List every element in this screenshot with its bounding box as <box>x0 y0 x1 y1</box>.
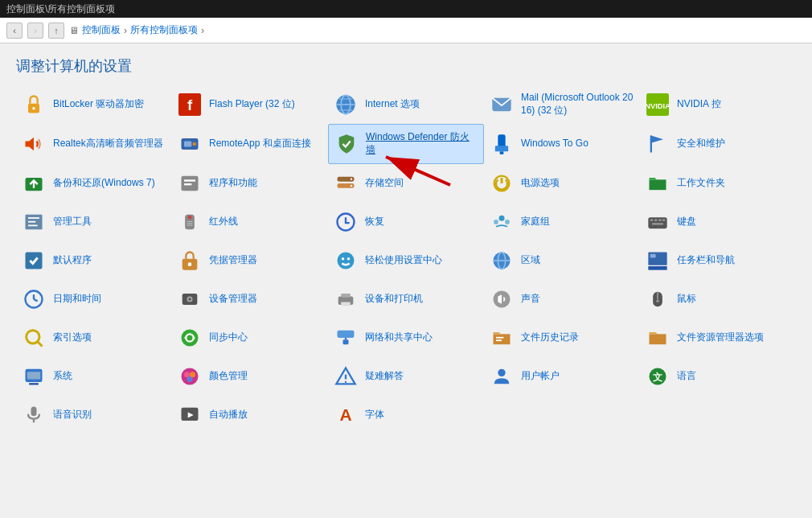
label-fileexplorer: 文件资源管理器选项 <box>677 331 764 344</box>
item-mouse[interactable]: 鼠标 <box>640 280 796 319</box>
svg-rect-39 <box>187 225 193 226</box>
svg-rect-48 <box>662 220 666 221</box>
item-system[interactable]: 系统 <box>16 357 172 396</box>
icon-homegroup <box>489 209 515 235</box>
svg-marker-12 <box>26 138 35 150</box>
icon-storage <box>333 171 359 196</box>
item-realtek[interactable]: Realtek高清晰音频管理器 <box>16 124 172 164</box>
item-ease[interactable]: 轻松使用设置中心 <box>328 241 484 280</box>
svg-point-76 <box>27 331 39 343</box>
icon-font: A <box>333 402 359 428</box>
svg-point-96 <box>498 369 505 376</box>
item-remoteapp[interactable]: RemoteApp 和桌面连接 <box>172 124 328 164</box>
item-language[interactable]: 文语言 <box>640 357 796 396</box>
svg-point-43 <box>505 220 510 224</box>
icon-devprinters <box>333 286 359 312</box>
label-mail: Mail (Microsoft Outlook 2016) (32 位) <box>521 92 635 117</box>
item-storage[interactable]: 存储空间 <box>328 164 484 203</box>
icon-fileexplorer <box>645 325 671 351</box>
item-keyboard[interactable]: 键盘 <box>640 203 796 241</box>
svg-text:文: 文 <box>653 372 662 382</box>
breadcrumb-allitems[interactable]: 所有控制面板项 <box>130 23 198 37</box>
icon-security <box>645 131 671 157</box>
label-region: 区域 <box>521 254 540 267</box>
item-font[interactable]: A字体 <box>328 396 484 434</box>
label-keyboard: 键盘 <box>677 216 696 228</box>
item-programs[interactable]: 程序和功能 <box>172 164 328 203</box>
item-recovery[interactable]: 恢复 <box>328 203 484 241</box>
label-bitlocker: BitLocker 驱动器加密 <box>53 98 144 111</box>
item-speech[interactable]: 语音识别 <box>16 396 172 434</box>
svg-point-53 <box>338 253 355 269</box>
svg-rect-61 <box>650 254 656 258</box>
label-windowstogo: Windows To Go <box>521 138 588 150</box>
svg-point-15 <box>193 142 197 146</box>
item-sound[interactable]: 声音 <box>484 280 640 319</box>
item-security[interactable]: 安全和维护 <box>640 124 796 164</box>
svg-point-54 <box>342 257 345 261</box>
item-backup[interactable]: 备份和还原(Windows 7) <box>16 164 172 203</box>
item-nvidia[interactable]: NVIDIANVIDIA 控 <box>640 85 796 124</box>
icon-sync <box>177 325 203 351</box>
svg-rect-70 <box>341 302 351 306</box>
svg-marker-20 <box>651 136 663 143</box>
item-history[interactable]: 文件历史记录 <box>484 319 640 357</box>
nav-forward[interactable]: › <box>27 23 43 39</box>
label-users: 用户帐户 <box>521 370 560 383</box>
label-color: 颜色管理 <box>209 370 248 383</box>
svg-rect-81 <box>343 339 349 344</box>
svg-rect-60 <box>648 266 666 270</box>
svg-point-36 <box>188 216 192 220</box>
label-network: 网络和共享中心 <box>365 331 433 344</box>
item-indexing[interactable]: 索引选项 <box>16 319 172 357</box>
breadcrumb: 🖥 控制面板 › 所有控制面板项 › <box>69 23 204 37</box>
item-manage[interactable]: 管理工具 <box>16 203 172 241</box>
icon-history <box>489 325 515 351</box>
nav-back[interactable]: ‹ <box>6 23 23 39</box>
item-datetime[interactable]: 日期和时间 <box>16 280 172 319</box>
icon-workfolder <box>645 171 671 196</box>
item-devprinters[interactable]: 设备和打印机 <box>328 280 484 319</box>
breadcrumb-controlpanel[interactable]: 控制面板 <box>82 23 121 37</box>
item-mail[interactable]: Mail (Microsoft Outlook 2016) (32 位) <box>484 85 640 124</box>
item-bitlocker[interactable]: BitLocker 驱动器加密 <box>16 85 172 124</box>
icon-power <box>489 171 515 196</box>
item-taskbar[interactable]: 任务栏和导航 <box>640 241 796 280</box>
item-defender[interactable]: Windows Defender 防火墙 <box>328 124 484 164</box>
icon-mail <box>489 92 515 117</box>
item-workfolder[interactable]: 工作文件夹 <box>640 164 796 203</box>
svg-point-78 <box>182 330 199 347</box>
icon-devmanager <box>177 286 203 312</box>
item-troubleshoot[interactable]: 疑难解答 <box>328 357 484 396</box>
icon-ease <box>333 248 359 273</box>
item-users[interactable]: 用户帐户 <box>484 357 640 396</box>
item-autoplay[interactable]: 自动播放 <box>172 396 328 434</box>
item-network[interactable]: 网络和共享中心 <box>328 319 484 357</box>
svg-rect-34 <box>28 225 38 227</box>
item-power[interactable]: 电源选项 <box>484 164 640 203</box>
svg-rect-25 <box>184 183 191 185</box>
item-region[interactable]: 区域 <box>484 241 640 280</box>
item-fileexplorer[interactable]: 文件资源管理器选项 <box>640 319 796 357</box>
label-mouse: 鼠标 <box>677 293 696 306</box>
icon-default <box>21 248 47 273</box>
item-devmanager[interactable]: 设备管理器 <box>172 280 328 319</box>
svg-point-95 <box>345 381 347 383</box>
label-history: 文件历史记录 <box>521 331 579 344</box>
item-sync[interactable]: 同步中心 <box>172 319 328 357</box>
item-windowstogo[interactable]: Windows To Go <box>484 124 640 164</box>
label-infrared: 红外线 <box>209 216 238 228</box>
label-storage: 存储空间 <box>365 177 404 190</box>
label-recovery: 恢复 <box>365 216 384 228</box>
icon-backup <box>21 171 47 196</box>
item-credentials[interactable]: 凭据管理器 <box>172 241 328 280</box>
item-internet[interactable]: Internet 选项 <box>328 85 484 124</box>
item-infrared[interactable]: 红外线 <box>172 203 328 241</box>
svg-rect-17 <box>495 146 508 151</box>
nav-up[interactable]: ↑ <box>48 23 64 39</box>
address-bar: ‹ › ↑ 🖥 控制面板 › 所有控制面板项 › <box>0 18 812 43</box>
item-default[interactable]: 默认程序 <box>16 241 172 280</box>
item-flash[interactable]: fFlash Player (32 位) <box>172 85 328 124</box>
item-homegroup[interactable]: 家庭组 <box>484 203 640 241</box>
item-color[interactable]: 颜色管理 <box>172 357 328 396</box>
